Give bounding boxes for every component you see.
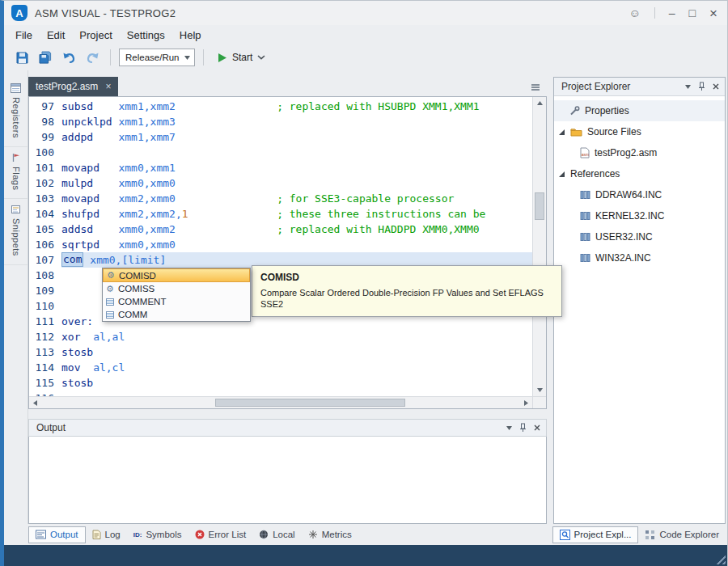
editor-tab-testprog2[interactable]: testProg2.asm × xyxy=(28,77,118,96)
chevron-down-icon[interactable] xyxy=(257,55,265,60)
side-tab-snippets[interactable]: Snippets xyxy=(4,199,28,265)
bottom-tab-error-list[interactable]: Error List xyxy=(188,526,253,543)
code-lines[interactable]: 97subsd xmm1,xmm2 ; replaced with HSUBPD… xyxy=(29,97,532,396)
side-tab-registers[interactable]: Registers xyxy=(4,78,28,147)
tree-item-testprog2-asm[interactable]: asmtestProg2.asm xyxy=(554,142,725,163)
code-line[interactable]: 114mov al,cl xyxy=(29,360,532,375)
tab-close-icon[interactable]: × xyxy=(105,81,111,92)
bottom-tab-project-expl[interactable]: Project Expl... xyxy=(552,526,639,543)
line-number[interactable]: 108 xyxy=(29,268,61,283)
tree-item-kernel32-inc[interactable]: KERNEL32.INC xyxy=(554,205,725,226)
code-line[interactable]: 103movapd xmm2,xmm0 ; for SSE3-capable p… xyxy=(29,191,532,206)
code-line[interactable]: 99addpd xmm1,xmm7 xyxy=(29,129,532,145)
panel-close-icon[interactable] xyxy=(534,424,540,431)
code-line[interactable]: 106sqrtpd xmm0,xmm0 xyxy=(29,237,532,252)
horizontal-scrollbar[interactable] xyxy=(29,396,546,408)
line-number[interactable]: 97 xyxy=(29,99,61,114)
scroll-left-icon[interactable] xyxy=(29,397,41,408)
save-all-button[interactable] xyxy=(36,48,55,67)
tree-item-ddraw64-inc[interactable]: DDRAW64.INC xyxy=(554,184,725,205)
code-line[interactable]: 115stosb xyxy=(29,375,532,391)
line-number[interactable]: 115 xyxy=(29,375,61,391)
bottom-tab-output[interactable]: Output xyxy=(28,526,86,543)
line-number[interactable]: 105 xyxy=(29,222,61,237)
line-number[interactable]: 103 xyxy=(29,191,61,206)
line-number[interactable]: 110 xyxy=(29,298,61,314)
line-number[interactable]: 116 xyxy=(29,391,61,396)
tree-item-references[interactable]: References xyxy=(554,163,725,184)
autocomplete-item-comisd[interactable]: ⚙COMISD xyxy=(103,268,250,282)
line-number[interactable]: 104 xyxy=(29,206,61,222)
line-number[interactable]: 98 xyxy=(29,114,61,129)
line-number[interactable]: 100 xyxy=(29,145,61,160)
code-line[interactable]: 113stosb xyxy=(29,344,532,360)
side-tab-flags[interactable]: Flags xyxy=(4,147,28,199)
close-button[interactable]: × xyxy=(709,6,717,20)
resize-grip[interactable] xyxy=(713,552,726,564)
minimize-button[interactable]: – xyxy=(669,7,675,19)
redo-button[interactable] xyxy=(83,48,102,67)
undo-button[interactable] xyxy=(59,48,78,67)
autocomplete-item-comm[interactable]: COMM xyxy=(103,308,250,321)
maximize-button[interactable]: □ xyxy=(689,7,696,19)
tree-item-user32-inc[interactable]: USER32.INC xyxy=(554,226,725,247)
bottom-tab-symbols[interactable]: ID:Symbols xyxy=(127,526,188,543)
code-line[interactable]: 112xor al,al xyxy=(29,329,532,344)
panel-menu-icon[interactable] xyxy=(685,85,691,89)
scroll-up-icon[interactable] xyxy=(533,97,546,109)
pin-icon[interactable] xyxy=(698,82,705,91)
vertical-scrollbar-thumb[interactable] xyxy=(535,192,544,220)
project-explorer-header[interactable]: Project Explorer xyxy=(554,78,725,96)
line-number[interactable]: 102 xyxy=(29,175,61,191)
code-line[interactable]: 116 xyxy=(29,391,532,396)
vertical-scrollbar[interactable] xyxy=(532,97,546,396)
menu-help[interactable]: Help xyxy=(172,27,209,44)
save-button[interactable] xyxy=(12,48,32,67)
line-number[interactable]: 114 xyxy=(29,360,61,375)
autocomplete-item-comiss[interactable]: ⚙COMISS xyxy=(103,282,250,295)
tree-item-properties[interactable]: Properties xyxy=(554,100,725,121)
line-number[interactable]: 99 xyxy=(29,129,61,145)
tab-list-icon[interactable] xyxy=(531,83,540,96)
line-number[interactable]: 107 xyxy=(29,252,61,268)
tree-item-win32a-inc[interactable]: WIN32A.INC xyxy=(554,247,725,268)
bottom-tab-local[interactable]: Local xyxy=(252,526,302,543)
code-line-text: movapd xmm0,xmm1 xyxy=(61,160,532,175)
menu-project[interactable]: Project xyxy=(72,27,119,44)
scroll-right-icon[interactable] xyxy=(520,397,532,408)
code-line[interactable]: 102mulpd xmm0,xmm0 xyxy=(29,175,532,191)
code-line[interactable]: 97subsd xmm1,xmm2 ; replaced with HSUBPD… xyxy=(29,99,532,114)
line-number[interactable]: 109 xyxy=(29,283,61,298)
bottom-tab-code-explorer[interactable]: Code Explorer xyxy=(638,526,726,543)
pin-icon[interactable] xyxy=(519,423,527,433)
autocomplete-item-comment[interactable]: COMMENT xyxy=(103,295,250,308)
line-number[interactable]: 112 xyxy=(29,329,61,344)
code-line[interactable]: 100 xyxy=(29,145,532,160)
line-number[interactable]: 111 xyxy=(29,314,61,329)
start-button[interactable]: Start xyxy=(212,50,271,65)
tree-item-source-files[interactable]: Source Files xyxy=(554,121,725,142)
line-number[interactable]: 101 xyxy=(29,160,61,175)
code-line[interactable]: 104shufpd xmm2,xmm2,1 ; these three inst… xyxy=(29,206,532,222)
menu-file[interactable]: File xyxy=(8,27,40,44)
output-content[interactable] xyxy=(28,437,547,524)
horizontal-scrollbar-thumb[interactable] xyxy=(215,399,405,407)
code-line[interactable]: 105addsd xmm0,xmm2 ; replaced with HADDP… xyxy=(29,222,532,237)
bottom-tab-metrics[interactable]: Metrics xyxy=(302,526,358,543)
panel-close-icon[interactable] xyxy=(713,83,719,90)
expander-icon[interactable] xyxy=(559,171,565,177)
code-line[interactable]: 101movapd xmm0,xmm1 xyxy=(29,160,532,175)
line-number[interactable]: 113 xyxy=(29,344,61,360)
code-line-text: shufpd xmm2,xmm2,1 ; these three instruc… xyxy=(61,206,532,222)
menu-settings[interactable]: Settings xyxy=(120,27,172,44)
expander-icon[interactable] xyxy=(559,129,565,135)
line-number[interactable]: 106 xyxy=(29,237,61,252)
output-panel-header[interactable]: Output xyxy=(28,419,547,437)
build-config-dropdown[interactable]: Release/Run xyxy=(119,49,195,66)
scroll-down-icon[interactable] xyxy=(533,384,546,396)
menu-edit[interactable]: Edit xyxy=(40,27,72,44)
code-line[interactable]: 98unpcklpd xmm1,xmm3 xyxy=(29,114,532,129)
panel-menu-icon[interactable] xyxy=(506,426,512,430)
feedback-smiley-icon[interactable]: ☺ xyxy=(629,7,641,19)
bottom-tab-log[interactable]: Log xyxy=(86,526,127,543)
